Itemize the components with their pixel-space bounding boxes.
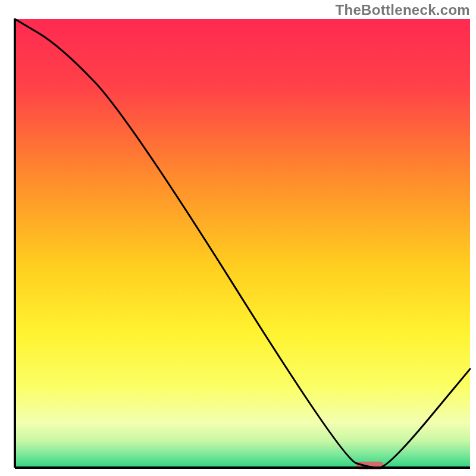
bottleneck-chart xyxy=(0,0,476,476)
gradient-background xyxy=(15,19,470,468)
chart-container: TheBottleneck.com xyxy=(0,0,476,476)
